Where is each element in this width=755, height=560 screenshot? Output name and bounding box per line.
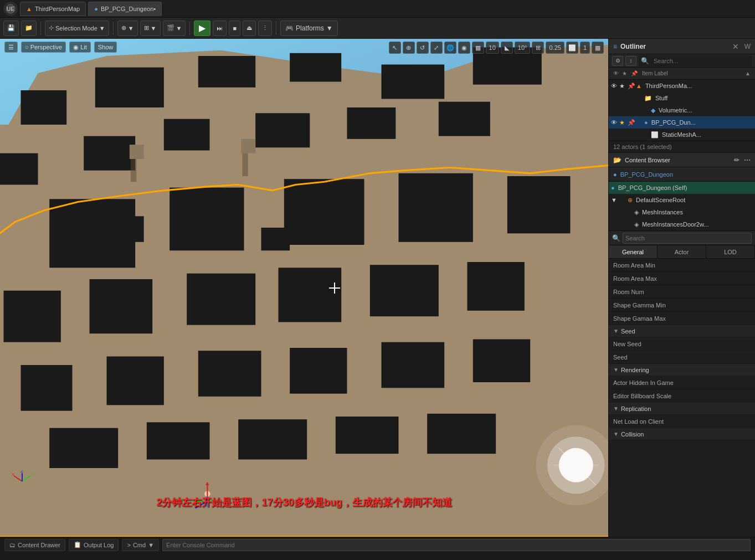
perspective-btn[interactable]: ○ Perspective <box>21 42 66 53</box>
cat-collision[interactable]: ▼ Collision <box>609 428 755 440</box>
bp-arrow: ▼ <box>151 25 157 32</box>
column-sort-arrow: ▲ <box>745 70 751 76</box>
prop-seed[interactable]: Seed <box>609 351 755 364</box>
save-button[interactable]: 💾 <box>3 20 19 36</box>
tab-actor[interactable]: Actor <box>658 245 706 258</box>
hamburger-menu-btn[interactable]: ☰ <box>4 42 18 53</box>
tab-bp-pcg-dungeon[interactable]: ● BP_PCG_Dungeon• <box>88 2 162 16</box>
tree-icon-volumetric: ◆ <box>651 107 655 114</box>
rotate-btn[interactable]: ↺ <box>417 42 429 54</box>
play-button[interactable]: ▶ <box>194 20 210 36</box>
prop-net-load[interactable]: Net Load on Client <box>609 415 755 428</box>
platforms-button[interactable]: 🎮 Platforms ▼ <box>280 20 338 36</box>
prop-label-seed: Seed <box>613 354 751 361</box>
cinematics-button[interactable]: 🎬 ▼ <box>163 20 186 36</box>
title-bar: UE ▲ ThirdPersonMap ● BP_PCG_Dungeon• <box>0 0 755 18</box>
svg-rect-29 <box>198 351 261 397</box>
lit-circle-icon: ◉ <box>73 44 79 51</box>
tab-label-bp: BP_PCG_Dungeon• <box>101 6 156 12</box>
lit-btn[interactable]: ◉ Lit <box>69 42 91 53</box>
outliner-expand-btn[interactable]: W <box>744 43 751 50</box>
prop-room-area-min[interactable]: Room Area Min <box>609 259 755 272</box>
tab-thirdpersonmap[interactable]: ▲ ThirdPersonMap <box>20 2 86 16</box>
svg-rect-18 <box>284 179 364 245</box>
tree-item-staticmesh[interactable]: ⬜ StaticMeshA... <box>609 129 755 141</box>
svg-rect-32 <box>473 340 530 383</box>
outliner-filter-btn[interactable]: ⚙ <box>612 56 623 66</box>
select-mode-btn[interactable]: ↖ <box>389 42 401 54</box>
prop-room-num[interactable]: Room Num <box>609 285 755 299</box>
prop-editor-billboard[interactable]: Editor Billboard Scale <box>609 389 755 403</box>
perspective-circle-icon: ○ <box>25 44 29 50</box>
open-folder-button[interactable]: 📁 <box>21 20 37 36</box>
tree-icon-thirdpersonmap: ▲ <box>636 83 642 89</box>
add-actor-button[interactable]: ⊕ ▼ <box>117 20 138 36</box>
svg-rect-44 <box>242 153 248 176</box>
stop-button[interactable]: ■ <box>229 20 240 36</box>
tree-item-stuff[interactable]: 📁 Stuff <box>609 92 755 104</box>
content-drawer-icon: 🗂 <box>9 542 16 548</box>
cmd-label: Cmd <box>133 542 146 548</box>
tree-item-mesh-instances[interactable]: ◈ MeshInstances <box>609 206 755 218</box>
scale-btn[interactable]: ⤢ <box>430 42 443 54</box>
svg-rect-28 <box>107 357 164 405</box>
tree-item-mesh-door[interactable]: ◈ MeshInstancesDoor2w... <box>609 218 755 230</box>
lit-label: Lit <box>80 44 87 50</box>
outliner-search-input[interactable] <box>651 56 749 66</box>
content-browser-more-icon[interactable]: ⋯ <box>744 156 751 164</box>
toolbar-separator-3 <box>189 22 190 35</box>
grid-snap-btn[interactable]: ▦ <box>472 42 484 54</box>
translate-btn[interactable]: ⊕ <box>403 42 415 54</box>
vp-layout-btn[interactable]: ▦ <box>592 42 604 54</box>
tab-lod[interactable]: LOD <box>706 245 755 258</box>
cmd-btn[interactable]: > Cmd ▼ <box>122 539 159 551</box>
properties-search-input[interactable] <box>623 233 752 244</box>
output-log-label: Output Log <box>84 542 114 548</box>
prop-shape-gamaa-max[interactable]: Shape Gamaa Max <box>609 312 755 325</box>
ue-logo: UE <box>3 2 18 16</box>
tree-item-default-scene-root[interactable]: ▼ ⊕ DefaultSceneRoot <box>609 194 755 206</box>
tree-label-thirdpersonmap: ThirdPersonMa... <box>645 83 692 89</box>
eject-button[interactable]: ⏏ <box>243 20 256 36</box>
tree-item-bp-pcg[interactable]: 👁 ★ 📌 ● BP_PCG_Dun... <box>609 116 755 129</box>
cat-rendering[interactable]: ▼ Rendering <box>609 364 755 376</box>
world-grid-btn[interactable]: 🌐 <box>444 42 456 54</box>
prop-shape-gamma-min[interactable]: Shape Gamma Min <box>609 299 755 312</box>
tree-item-thirdpersonmap[interactable]: 👁 ★ 📌 ▲ ThirdPersonMa... <box>609 80 755 92</box>
viewport[interactable]: ☰ ○ Perspective ◉ Lit Show ↖ ⊕ ↺ ⤢ 🌐 ◉ ▦… <box>0 39 608 537</box>
svg-rect-34 <box>261 228 290 250</box>
content-drawer-btn[interactable]: 🗂 Content Drawer <box>4 539 65 551</box>
prop-new-seed[interactable]: New Seed <box>609 337 755 351</box>
scale-snap-btn[interactable]: ⊞ <box>532 42 544 54</box>
skip-button[interactable]: ⏭ <box>213 20 227 36</box>
svg-rect-17 <box>170 188 244 251</box>
output-log-btn[interactable]: 📋 Output Log <box>69 539 119 551</box>
bp-pcg-circle-icon: ● <box>613 171 617 178</box>
console-command-input[interactable] <box>162 539 751 551</box>
svg-rect-27 <box>21 365 73 411</box>
scale-snap-value: 0.25 <box>546 42 564 54</box>
prop-actor-hidden[interactable]: Actor Hidden In Game <box>609 376 755 389</box>
surface-btn[interactable]: ◉ <box>458 42 470 54</box>
bp-pcg-self-item[interactable]: ● BP_PCG_Dungeon (Self) <box>609 182 755 194</box>
more-icon: ⋮ <box>262 24 268 32</box>
tree-label-md: MeshInstancesDoor2w... <box>642 221 708 228</box>
angle-snap-btn[interactable]: ◣ <box>501 42 513 54</box>
selection-mode-button[interactable]: ⊹ Selection Mode ▼ <box>45 20 109 36</box>
prop-room-area-max[interactable]: Room Area Max <box>609 272 755 285</box>
tree-star-thirdpersonmap: ★ <box>619 83 626 90</box>
tab-general[interactable]: General <box>609 245 658 258</box>
cat-seed[interactable]: ▼ Seed <box>609 325 755 337</box>
blueprints-button[interactable]: ⊞ ▼ <box>140 20 161 36</box>
more-options-button[interactable]: ⋮ <box>258 20 272 36</box>
tree-item-volumetric[interactable]: ◆ Volumetric... <box>609 104 755 116</box>
outliner-close-btn[interactable]: ✕ <box>732 42 739 51</box>
actors-count-text: 12 actors (1 selected) <box>613 143 672 150</box>
show-btn[interactable]: Show <box>94 42 117 53</box>
content-browser-header[interactable]: 📂 Content Browser ✏ ⋯ <box>609 153 755 167</box>
tree-icon-stuff: 📁 <box>644 95 652 102</box>
outliner-sort-btn[interactable]: ↕ <box>625 56 636 66</box>
cat-replication[interactable]: ▼ Replication <box>609 403 755 415</box>
content-browser-edit-icon[interactable]: ✏ <box>734 156 739 164</box>
camera-btn[interactable]: ⬜ <box>566 42 578 54</box>
